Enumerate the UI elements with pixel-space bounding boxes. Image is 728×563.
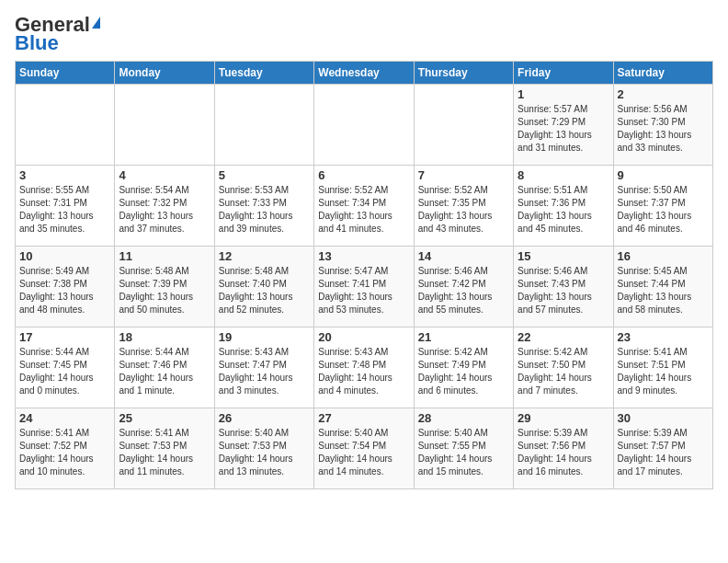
day-number: 3	[19, 168, 110, 182]
day-number: 8	[518, 168, 609, 182]
day-info: Sunrise: 5:52 AM Sunset: 7:34 PM Dayligh…	[318, 184, 409, 236]
day-number: 25	[119, 411, 210, 425]
day-number: 5	[219, 168, 310, 182]
calendar-cell: 28Sunrise: 5:40 AM Sunset: 7:55 PM Dayli…	[414, 408, 513, 489]
day-number: 16	[618, 249, 709, 263]
day-number: 18	[119, 330, 210, 344]
day-info: Sunrise: 5:44 AM Sunset: 7:45 PM Dayligh…	[19, 346, 110, 397]
day-info: Sunrise: 5:40 AM Sunset: 7:55 PM Dayligh…	[418, 427, 509, 478]
day-info: Sunrise: 5:56 AM Sunset: 7:30 PM Dayligh…	[618, 103, 709, 155]
day-number: 7	[418, 168, 509, 182]
calendar-cell: 6Sunrise: 5:52 AM Sunset: 7:34 PM Daylig…	[314, 166, 414, 247]
calendar-cell: 3Sunrise: 5:55 AM Sunset: 7:31 PM Daylig…	[16, 166, 115, 247]
calendar-table: SundayMondayTuesdayWednesdayThursdayFrid…	[15, 61, 713, 489]
day-number: 30	[618, 411, 709, 425]
calendar-cell	[115, 85, 214, 166]
day-info: Sunrise: 5:52 AM Sunset: 7:35 PM Dayligh…	[418, 184, 509, 236]
calendar-cell: 23Sunrise: 5:41 AM Sunset: 7:51 PM Dayli…	[613, 327, 712, 408]
day-number: 11	[119, 249, 210, 263]
calendar-cell: 14Sunrise: 5:46 AM Sunset: 7:42 PM Dayli…	[414, 247, 513, 327]
day-number: 9	[618, 168, 709, 182]
calendar-cell: 11Sunrise: 5:48 AM Sunset: 7:39 PM Dayli…	[115, 247, 214, 327]
weekday-header: Thursday	[414, 62, 513, 85]
calendar-cell: 2Sunrise: 5:56 AM Sunset: 7:30 PM Daylig…	[613, 85, 712, 166]
day-info: Sunrise: 5:43 AM Sunset: 7:48 PM Dayligh…	[318, 346, 409, 397]
day-number: 20	[318, 330, 409, 344]
calendar-cell	[214, 85, 313, 166]
day-info: Sunrise: 5:44 AM Sunset: 7:46 PM Dayligh…	[119, 346, 210, 397]
logo-blue-label: Blue	[15, 33, 59, 53]
calendar-cell: 10Sunrise: 5:49 AM Sunset: 7:38 PM Dayli…	[16, 247, 115, 327]
weekday-header: Saturday	[613, 62, 712, 85]
calendar-cell: 25Sunrise: 5:41 AM Sunset: 7:53 PM Dayli…	[115, 408, 214, 489]
day-info: Sunrise: 5:48 AM Sunset: 7:39 PM Dayligh…	[119, 265, 210, 316]
calendar-cell	[314, 85, 414, 166]
day-number: 13	[318, 249, 409, 263]
day-info: Sunrise: 5:47 AM Sunset: 7:41 PM Dayligh…	[318, 265, 409, 316]
day-number: 15	[518, 249, 609, 263]
day-info: Sunrise: 5:55 AM Sunset: 7:31 PM Dayligh…	[19, 184, 110, 236]
calendar-cell: 19Sunrise: 5:43 AM Sunset: 7:47 PM Dayli…	[214, 327, 313, 408]
calendar-week-row: 24Sunrise: 5:41 AM Sunset: 7:52 PM Dayli…	[16, 408, 713, 489]
calendar-cell: 9Sunrise: 5:50 AM Sunset: 7:37 PM Daylig…	[613, 166, 712, 247]
calendar-cell: 29Sunrise: 5:39 AM Sunset: 7:56 PM Dayli…	[514, 408, 613, 489]
calendar-cell: 30Sunrise: 5:39 AM Sunset: 7:57 PM Dayli…	[613, 408, 712, 489]
day-info: Sunrise: 5:42 AM Sunset: 7:50 PM Dayligh…	[518, 346, 609, 397]
calendar-cell: 5Sunrise: 5:53 AM Sunset: 7:33 PM Daylig…	[214, 166, 313, 247]
calendar-week-row: 3Sunrise: 5:55 AM Sunset: 7:31 PM Daylig…	[16, 166, 713, 247]
day-number: 24	[19, 411, 110, 425]
calendar-cell: 7Sunrise: 5:52 AM Sunset: 7:35 PM Daylig…	[414, 166, 513, 247]
day-info: Sunrise: 5:46 AM Sunset: 7:42 PM Dayligh…	[418, 265, 509, 316]
calendar-cell: 24Sunrise: 5:41 AM Sunset: 7:52 PM Dayli…	[16, 408, 115, 489]
weekday-header: Friday	[514, 62, 613, 85]
calendar-body: 1Sunrise: 5:57 AM Sunset: 7:29 PM Daylig…	[16, 85, 713, 489]
calendar-cell	[414, 85, 513, 166]
header-row: SundayMondayTuesdayWednesdayThursdayFrid…	[16, 62, 713, 85]
calendar-header: SundayMondayTuesdayWednesdayThursdayFrid…	[16, 62, 713, 85]
day-info: Sunrise: 5:40 AM Sunset: 7:53 PM Dayligh…	[219, 427, 310, 478]
calendar-cell: 15Sunrise: 5:46 AM Sunset: 7:43 PM Dayli…	[514, 247, 613, 327]
weekday-header: Sunday	[16, 62, 115, 85]
calendar-week-row: 10Sunrise: 5:49 AM Sunset: 7:38 PM Dayli…	[16, 247, 713, 327]
day-info: Sunrise: 5:49 AM Sunset: 7:38 PM Dayligh…	[19, 265, 110, 316]
day-info: Sunrise: 5:39 AM Sunset: 7:56 PM Dayligh…	[518, 427, 609, 478]
day-number: 1	[518, 87, 609, 101]
calendar-cell: 12Sunrise: 5:48 AM Sunset: 7:40 PM Dayli…	[214, 247, 313, 327]
day-info: Sunrise: 5:39 AM Sunset: 7:57 PM Dayligh…	[618, 427, 709, 478]
calendar-cell: 21Sunrise: 5:42 AM Sunset: 7:49 PM Dayli…	[414, 327, 513, 408]
day-info: Sunrise: 5:45 AM Sunset: 7:44 PM Dayligh…	[618, 265, 709, 316]
day-info: Sunrise: 5:51 AM Sunset: 7:36 PM Dayligh…	[518, 184, 609, 236]
day-number: 28	[418, 411, 509, 425]
calendar-cell: 18Sunrise: 5:44 AM Sunset: 7:46 PM Dayli…	[115, 327, 214, 408]
day-number: 17	[19, 330, 110, 344]
day-number: 26	[219, 411, 310, 425]
day-number: 14	[418, 249, 509, 263]
day-info: Sunrise: 5:50 AM Sunset: 7:37 PM Dayligh…	[618, 184, 709, 236]
calendar-cell: 1Sunrise: 5:57 AM Sunset: 7:29 PM Daylig…	[514, 85, 613, 166]
day-number: 23	[618, 330, 709, 344]
calendar-cell: 17Sunrise: 5:44 AM Sunset: 7:45 PM Dayli…	[16, 327, 115, 408]
day-info: Sunrise: 5:41 AM Sunset: 7:52 PM Dayligh…	[19, 427, 110, 478]
day-number: 19	[219, 330, 310, 344]
day-number: 10	[19, 249, 110, 263]
day-number: 29	[518, 411, 609, 425]
calendar-cell: 8Sunrise: 5:51 AM Sunset: 7:36 PM Daylig…	[514, 166, 613, 247]
logo: General Blue	[15, 15, 100, 53]
day-info: Sunrise: 5:57 AM Sunset: 7:29 PM Dayligh…	[518, 103, 609, 155]
day-info: Sunrise: 5:43 AM Sunset: 7:47 PM Dayligh…	[219, 346, 310, 397]
calendar-week-row: 1Sunrise: 5:57 AM Sunset: 7:29 PM Daylig…	[16, 85, 713, 166]
header: General Blue	[15, 15, 713, 53]
day-info: Sunrise: 5:46 AM Sunset: 7:43 PM Dayligh…	[518, 265, 609, 316]
day-number: 21	[418, 330, 509, 344]
day-info: Sunrise: 5:41 AM Sunset: 7:53 PM Dayligh…	[119, 427, 210, 478]
calendar-cell: 22Sunrise: 5:42 AM Sunset: 7:50 PM Dayli…	[514, 327, 613, 408]
weekday-header: Monday	[115, 62, 214, 85]
day-number: 22	[518, 330, 609, 344]
day-info: Sunrise: 5:54 AM Sunset: 7:32 PM Dayligh…	[119, 184, 210, 236]
calendar-cell: 16Sunrise: 5:45 AM Sunset: 7:44 PM Dayli…	[613, 247, 712, 327]
calendar-cell: 13Sunrise: 5:47 AM Sunset: 7:41 PM Dayli…	[314, 247, 414, 327]
calendar-cell	[16, 85, 115, 166]
logo-triangle-icon	[92, 17, 100, 29]
weekday-header: Tuesday	[214, 62, 313, 85]
calendar-cell: 26Sunrise: 5:40 AM Sunset: 7:53 PM Dayli…	[214, 408, 313, 489]
